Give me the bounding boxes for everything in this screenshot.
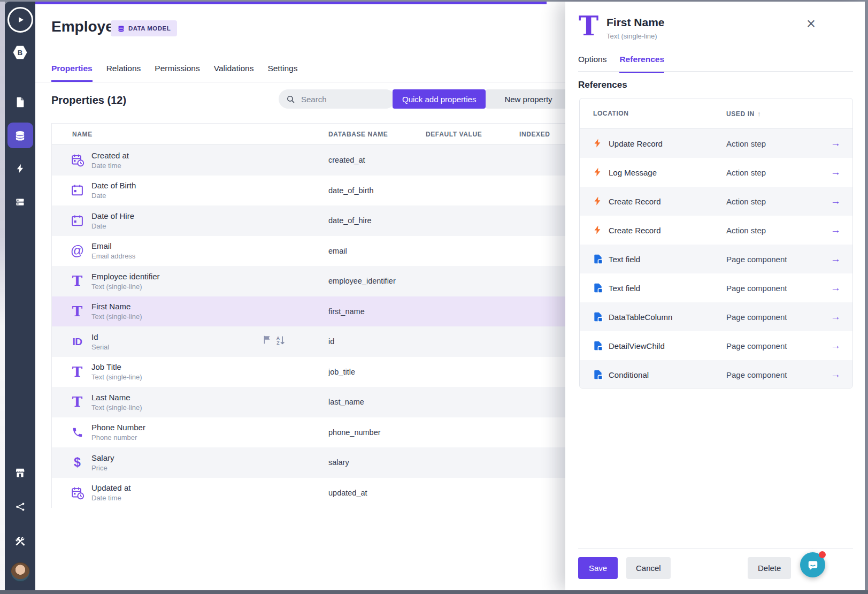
reference-location: DetailViewChild bbox=[609, 341, 665, 351]
new-property-button[interactable]: New property bbox=[486, 89, 571, 109]
reference-location: DataTableColumn bbox=[609, 313, 672, 322]
open-reference-arrow-icon[interactable]: → bbox=[831, 138, 841, 149]
action-step-icon bbox=[593, 196, 603, 207]
price-icon: $ bbox=[70, 455, 85, 470]
save-button[interactable]: Save bbox=[578, 557, 618, 579]
tab-properties[interactable]: Properties bbox=[51, 64, 93, 82]
references-header: LOCATION USED IN↑ bbox=[580, 98, 852, 129]
text-icon: T bbox=[70, 304, 85, 318]
reference-used-in: Page component bbox=[726, 284, 787, 293]
sidebar-item-forms[interactable] bbox=[7, 189, 33, 215]
property-name: Last Name bbox=[91, 393, 142, 402]
property-name: Date of Birth bbox=[91, 181, 136, 190]
database-name: last_name bbox=[328, 398, 364, 406]
reference-row[interactable]: ConditionalPage component→ bbox=[580, 360, 852, 389]
property-type: Date time bbox=[91, 494, 130, 502]
sidebar-item-integrations[interactable] bbox=[7, 494, 33, 520]
date-icon bbox=[70, 183, 85, 197]
sidebar-item-actions[interactable] bbox=[7, 156, 33, 181]
panel-tab-references[interactable]: References bbox=[619, 55, 664, 73]
tab-validations[interactable]: Validations bbox=[214, 64, 254, 82]
open-reference-arrow-icon[interactable]: → bbox=[831, 369, 841, 380]
sidebar: B bbox=[5, 2, 35, 590]
reference-row[interactable]: Create RecordAction step→ bbox=[580, 187, 852, 216]
property-type: Serial bbox=[91, 343, 109, 351]
avatar bbox=[11, 562, 30, 582]
reference-used-in: Page component bbox=[726, 313, 787, 322]
database-name: updated_at bbox=[328, 489, 367, 497]
play-button[interactable] bbox=[7, 7, 33, 33]
sidebar-item-data-model[interactable] bbox=[7, 123, 33, 148]
accent-top-bar bbox=[35, 2, 547, 4]
property-type: Date bbox=[91, 192, 136, 200]
panel-tab-options[interactable]: Options bbox=[578, 55, 606, 73]
search-icon bbox=[286, 95, 295, 104]
property-type: Text (single-line) bbox=[91, 373, 142, 381]
user-avatar[interactable] bbox=[7, 559, 33, 585]
property-type: Date bbox=[91, 222, 134, 230]
sidebar-item-pages[interactable] bbox=[7, 89, 33, 115]
property-type: Phone number bbox=[91, 433, 145, 441]
property-type: Text (single-line) bbox=[91, 283, 160, 291]
property-name: First Name bbox=[91, 302, 142, 311]
tab-relations[interactable]: Relations bbox=[106, 64, 141, 82]
database-name: phone_number bbox=[328, 428, 381, 437]
panel-footer-divider bbox=[578, 548, 853, 549]
open-reference-arrow-icon[interactable]: → bbox=[831, 311, 841, 323]
text-property-icon: T bbox=[579, 13, 598, 40]
reference-row[interactable]: Text fieldPage component→ bbox=[580, 273, 852, 302]
sidebar-item-tools[interactable] bbox=[7, 528, 33, 554]
database-icon bbox=[14, 130, 26, 142]
lightning-icon bbox=[15, 163, 26, 174]
column-database-name: DATABASE NAME bbox=[328, 131, 388, 138]
text-icon: T bbox=[70, 364, 85, 379]
reference-location: Text field bbox=[609, 284, 640, 293]
column-used-in[interactable]: USED IN↑ bbox=[726, 110, 761, 118]
chat-launcher[interactable] bbox=[800, 552, 825, 577]
document-icon bbox=[14, 96, 26, 108]
open-reference-arrow-icon[interactable]: → bbox=[831, 195, 841, 207]
database-name: id bbox=[328, 337, 334, 346]
quick-add-properties-button[interactable]: Quick add properties bbox=[393, 89, 486, 109]
cancel-button[interactable]: Cancel bbox=[626, 557, 671, 579]
delete-button[interactable]: Delete bbox=[748, 557, 791, 579]
sidebar-item-store[interactable] bbox=[7, 460, 33, 485]
search-box[interactable] bbox=[279, 89, 395, 109]
reference-row[interactable]: DataTableColumnPage component→ bbox=[580, 302, 852, 331]
action-step-icon bbox=[593, 167, 603, 178]
reference-row[interactable]: Log MessageAction step→ bbox=[580, 158, 852, 187]
builder-logo[interactable]: B bbox=[7, 40, 33, 65]
text-icon: T bbox=[70, 274, 85, 288]
references-table: LOCATION USED IN↑ Update RecordAction st… bbox=[579, 98, 853, 389]
open-reference-arrow-icon[interactable]: → bbox=[831, 253, 841, 265]
reference-used-in: Action step bbox=[726, 139, 766, 148]
reference-used-in: Page component bbox=[726, 370, 787, 379]
column-default-value: DEFAULT VALUE bbox=[426, 131, 482, 138]
property-name: Job Title bbox=[91, 362, 142, 371]
property-name: Date of Hire bbox=[91, 211, 134, 220]
tools-icon bbox=[14, 536, 26, 547]
open-reference-arrow-icon[interactable]: → bbox=[831, 282, 841, 294]
storefront-icon bbox=[14, 467, 26, 478]
open-reference-arrow-icon[interactable]: → bbox=[831, 224, 841, 236]
close-icon[interactable]: × bbox=[806, 16, 816, 32]
open-reference-arrow-icon[interactable]: → bbox=[831, 166, 841, 178]
property-name: Employee identifier bbox=[91, 272, 160, 281]
open-reference-arrow-icon[interactable]: → bbox=[831, 340, 841, 352]
page-component-icon bbox=[593, 254, 603, 264]
reference-row[interactable]: Text fieldPage component→ bbox=[580, 245, 852, 273]
main-tabs: PropertiesRelationsPermissionsValidation… bbox=[51, 64, 297, 82]
reference-row[interactable]: DetailViewChildPage component→ bbox=[580, 331, 852, 360]
property-type: Date time bbox=[91, 162, 129, 170]
column-indexed: INDEXED bbox=[519, 131, 550, 138]
tab-settings[interactable]: Settings bbox=[267, 64, 297, 82]
tab-permissions[interactable]: Permissions bbox=[155, 64, 199, 82]
column-name: NAME bbox=[72, 131, 93, 138]
reference-row[interactable]: Update RecordAction step→ bbox=[580, 129, 852, 158]
search-input[interactable] bbox=[300, 94, 372, 104]
database-name: job_title bbox=[328, 368, 355, 376]
reference-row[interactable]: Create RecordAction step→ bbox=[580, 216, 852, 245]
database-name: date_of_birth bbox=[328, 186, 374, 195]
page-component-icon bbox=[593, 369, 603, 380]
database-icon bbox=[117, 25, 125, 33]
